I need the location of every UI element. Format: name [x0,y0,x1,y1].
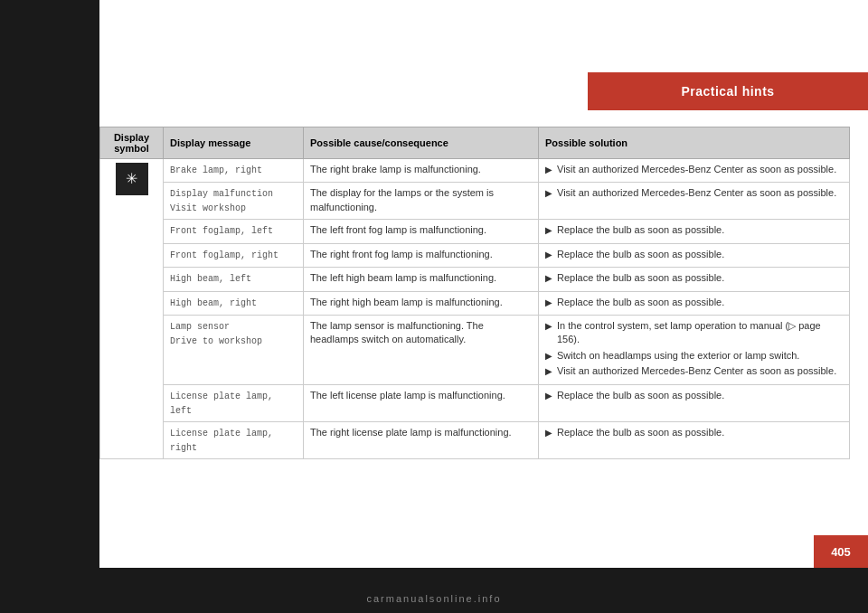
table-row: Front foglamp, right The right front fog… [100,243,850,267]
cause-cell: The display for the lamps or the system … [304,183,539,220]
solution-cell: ▶ Replace the bulb as soon as possible. [539,220,850,243]
col-header-cause: Possible cause/consequence [304,127,539,159]
solution-cell: ▶ Visit an authorized Mercedes-Benz Cent… [539,183,850,220]
solution-cell: ▶ Replace the bulb as soon as possible. [539,291,850,315]
message-cell: Display malfunctionVisit workshop [164,183,304,220]
header-title: Practical hints [681,84,774,99]
dark-left-border [0,0,99,613]
table-row: License plate lamp,right The right licen… [100,421,850,458]
message-cell: Lamp sensorDrive to workshop [164,315,304,384]
message-cell: Front foglamp, left [164,220,304,243]
solution-cell: ▶ Replace the bulb as soon as possible. [539,268,850,291]
dark-bottom-border [0,568,868,613]
table-row: Display malfunctionVisit workshop The di… [100,183,850,220]
message-cell: License plate lamp,right [164,421,304,458]
message-cell: License plate lamp,left [164,384,304,421]
cause-cell: The lamp sensor is malfunctioning. The h… [304,315,539,384]
table-header-row: Display symbol Display message Possible … [100,127,850,159]
solution-cell: ▶ Replace the bulb as soon as possible. [539,421,850,458]
table-row: Lamp sensorDrive to workshop The lamp se… [100,315,850,384]
table-row: Front foglamp, left The left front fog l… [100,220,850,243]
message-cell: High beam, left [164,268,304,291]
watermark: carmanualsonline.info [366,593,501,604]
main-table: Display symbol Display message Possible … [99,127,850,459]
solution-cell: ▶ Replace the bulb as soon as possible. [539,384,850,421]
lamp-symbol-icon: ✳ [116,163,148,195]
solution-cell: ▶ Visit an authorized Mercedes-Benz Cent… [539,159,850,183]
cause-cell: The right license plate lamp is malfunct… [304,421,539,458]
col-header-message: Display message [164,127,304,159]
header-banner: Practical hints [588,72,868,110]
cause-cell: The left front fog lamp is malfunctionin… [304,220,539,243]
symbol-cell: ✳ [100,159,164,459]
cause-cell: The right brake lamp is malfunctioning. [304,159,539,183]
message-cell: Front foglamp, right [164,243,304,267]
col-header-solution: Possible solution [539,127,850,159]
cause-cell: The left high beam lamp is malfunctionin… [304,268,539,291]
message-cell: Brake lamp, right [164,159,304,183]
solution-cell: ▶ Replace the bulb as soon as possible. [539,243,850,267]
cause-cell: The right front fog lamp is malfunctioni… [304,243,539,267]
cause-cell: The right high beam lamp is malfunctioni… [304,291,539,315]
table-row: ✳ Brake lamp, right The right brake lamp… [100,159,850,183]
table-row: High beam, left The left high beam lamp … [100,268,850,291]
page-container: Practical hints 405 Display symbol Displ… [0,0,868,613]
table-row: High beam, right The right high beam lam… [100,291,850,315]
col-header-symbol: Display symbol [100,127,164,159]
message-cell: High beam, right [164,291,304,315]
table-container: Display symbol Display message Possible … [99,127,850,550]
cause-cell: The left license plate lamp is malfuncti… [304,384,539,421]
table-row: License plate lamp,left The left license… [100,384,850,421]
solution-cell: ▶ In the control system, set lamp operat… [539,315,850,384]
